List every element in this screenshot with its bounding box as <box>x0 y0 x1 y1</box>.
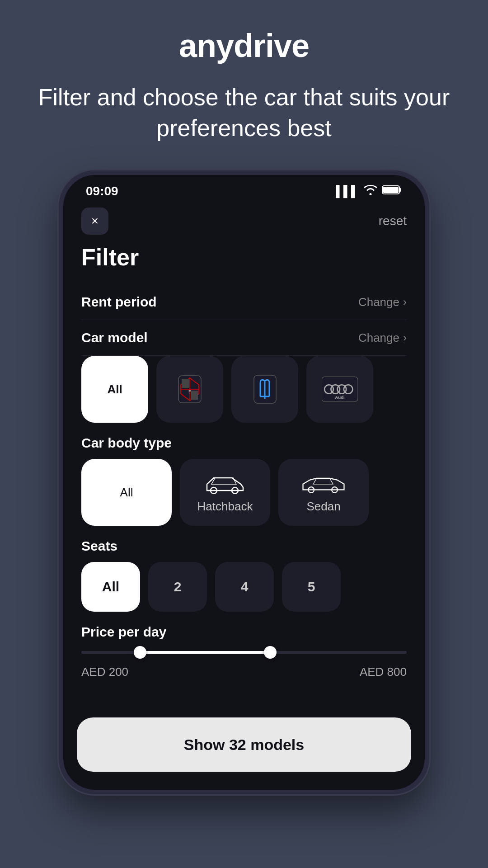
brand-chip-porsche[interactable]: P <box>156 356 223 423</box>
car-model-chevron: › <box>403 331 407 344</box>
car-model-action[interactable]: Change › <box>358 331 407 345</box>
porsche-logo: P <box>172 371 208 407</box>
filter-title: Filter <box>81 244 407 271</box>
brand-chip-all[interactable]: All <box>81 356 148 423</box>
body-type-chips-row: All Hatchback <box>81 459 407 526</box>
price-section: Price per day AED 200 AED 800 <box>81 624 407 679</box>
body-chip-all-label: All <box>120 486 133 500</box>
svg-rect-6 <box>182 379 189 388</box>
svg-text:P: P <box>188 389 191 393</box>
seat-chip-4-label: 4 <box>241 579 249 594</box>
car-body-type-heading: Car body type <box>81 435 407 451</box>
svg-rect-2 <box>383 187 399 193</box>
audi-logo: Audi <box>322 371 358 407</box>
price-thumb-max[interactable] <box>264 646 277 659</box>
body-chip-hatchback[interactable]: Hatchback <box>180 459 270 526</box>
price-heading: Price per day <box>81 624 407 640</box>
signal-icon: ▌▌▌ <box>336 185 359 198</box>
status-bar: 09:09 ▌▌▌ <box>63 175 425 203</box>
price-max-label: AED 800 <box>360 665 407 679</box>
brand-chip-all-label: All <box>107 382 122 396</box>
status-time: 09:09 <box>86 184 118 198</box>
brand-chip-audi[interactable]: Audi <box>306 356 373 423</box>
wifi-icon <box>364 185 377 198</box>
seat-chips-row: All 2 4 5 <box>81 562 407 612</box>
seat-chip-all[interactable]: All <box>81 562 140 612</box>
show-button-container: Show 32 models <box>63 708 425 790</box>
phone-frame: 09:09 ▌▌▌ <box>59 170 429 794</box>
app-title: anydrive <box>179 27 309 64</box>
close-button[interactable]: × <box>81 208 108 235</box>
rent-period-row[interactable]: Rent period Change › <box>81 284 407 320</box>
hatchback-icon <box>202 472 248 494</box>
brand-chip-maserati[interactable] <box>231 356 298 423</box>
filter-top-bar: × reset <box>81 208 407 235</box>
seat-chip-2[interactable]: 2 <box>148 562 207 612</box>
body-chip-all[interactable]: All <box>81 459 172 526</box>
phone-screen: 09:09 ▌▌▌ <box>63 175 425 790</box>
body-chip-sedan[interactable]: Sedan <box>278 459 369 526</box>
status-icons: ▌▌▌ <box>336 185 402 198</box>
battery-icon <box>382 185 402 198</box>
svg-rect-7 <box>191 391 198 400</box>
rent-period-label: Rent period <box>81 294 157 310</box>
maserati-logo <box>247 371 283 407</box>
body-chip-sedan-label: Sedan <box>306 500 340 514</box>
price-thumb-min[interactable] <box>134 646 146 659</box>
sedan-icon <box>301 472 346 494</box>
reset-button[interactable]: reset <box>379 214 407 228</box>
seat-chip-2-label: 2 <box>174 579 182 594</box>
brand-chips-row: All P <box>81 356 407 423</box>
car-model-row[interactable]: Car model Change › <box>81 320 407 356</box>
price-track-fill <box>140 651 270 654</box>
body-chip-hatchback-label: Hatchback <box>197 500 253 514</box>
car-model-label: Car model <box>81 330 148 345</box>
filter-content: × reset Filter Rent period Change › Car … <box>63 203 425 708</box>
seat-chip-5-label: 5 <box>308 579 315 594</box>
seats-heading: Seats <box>81 538 407 554</box>
seat-chip-all-label: All <box>102 579 119 594</box>
seat-chip-5[interactable]: 5 <box>282 562 341 612</box>
rent-period-action[interactable]: Change › <box>358 295 407 309</box>
show-models-button[interactable]: Show 32 models <box>77 717 411 772</box>
rent-period-change: Change <box>358 295 399 309</box>
car-model-change: Change <box>358 331 399 345</box>
seat-chip-4[interactable]: 4 <box>215 562 274 612</box>
price-slider[interactable] <box>81 649 407 656</box>
svg-rect-1 <box>399 188 401 192</box>
price-labels: AED 200 AED 800 <box>81 665 407 679</box>
show-models-label: Show 32 models <box>184 736 304 754</box>
svg-text:Audi: Audi <box>335 395 345 400</box>
rent-period-chevron: › <box>403 296 407 308</box>
price-min-label: AED 200 <box>81 665 128 679</box>
app-subtitle: Filter and choose the car that suits you… <box>0 82 488 143</box>
